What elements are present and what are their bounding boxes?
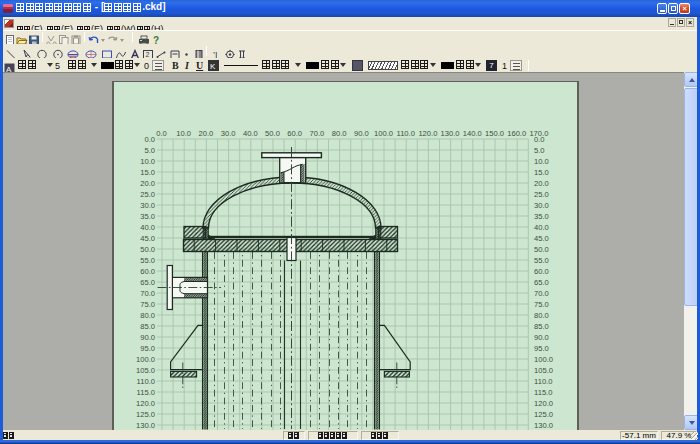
svg-text:85.0: 85.0 (140, 322, 155, 331)
svg-text:115.0: 115.0 (137, 388, 155, 397)
svg-text:110.0: 110.0 (534, 377, 552, 386)
svg-text:0.0: 0.0 (144, 135, 155, 144)
svg-text:50.0: 50.0 (534, 245, 549, 254)
svg-text:120.0: 120.0 (136, 399, 155, 408)
svg-text:80.0: 80.0 (140, 311, 155, 320)
svg-text:105.0: 105.0 (136, 366, 155, 375)
svg-text:55.0: 55.0 (140, 256, 155, 265)
svg-text:120.0: 120.0 (534, 399, 553, 408)
svg-text:25.0: 25.0 (140, 190, 155, 199)
svg-text:65.0: 65.0 (534, 278, 549, 287)
svg-text:100.0: 100.0 (534, 355, 553, 364)
svg-text:30.0: 30.0 (221, 129, 236, 138)
svg-text:70.0: 70.0 (310, 129, 325, 138)
svg-text:10.0: 10.0 (176, 129, 191, 138)
svg-text:15.0: 15.0 (140, 168, 155, 177)
svg-text:130.0: 130.0 (534, 421, 553, 430)
svg-text:15.0: 15.0 (534, 168, 549, 177)
svg-text:60.0: 60.0 (140, 267, 155, 276)
svg-text:35.0: 35.0 (140, 212, 155, 221)
svg-text:75.0: 75.0 (140, 300, 155, 309)
svg-text:95.0: 95.0 (140, 344, 155, 353)
svg-text:25.0: 25.0 (534, 190, 549, 199)
svg-text:90.0: 90.0 (534, 333, 549, 342)
svg-text:110.0: 110.0 (137, 377, 155, 386)
svg-text:40.0: 40.0 (534, 223, 549, 232)
svg-text:20.0: 20.0 (199, 129, 214, 138)
svg-text:90.0: 90.0 (140, 333, 155, 342)
svg-text:35.0: 35.0 (534, 212, 549, 221)
svg-text:60.0: 60.0 (287, 129, 302, 138)
svg-text:80.0: 80.0 (332, 129, 347, 138)
svg-text:65.0: 65.0 (140, 278, 155, 287)
svg-text:2: 2 (145, 51, 149, 58)
svg-text:80.0: 80.0 (534, 311, 549, 320)
svg-text:55.0: 55.0 (534, 256, 549, 265)
svg-text:140.0: 140.0 (463, 129, 482, 138)
svg-text:10.0: 10.0 (534, 157, 549, 166)
svg-text:10.0: 10.0 (140, 157, 155, 166)
svg-text:40.0: 40.0 (243, 129, 258, 138)
svg-text:30.0: 30.0 (140, 201, 155, 210)
svg-text:70.0: 70.0 (140, 289, 155, 298)
svg-text:150.0: 150.0 (485, 129, 504, 138)
svg-text:20.0: 20.0 (534, 179, 549, 188)
svg-text:100.0: 100.0 (374, 129, 393, 138)
svg-text:45.0: 45.0 (534, 234, 549, 243)
svg-text:85.0: 85.0 (534, 322, 549, 331)
svg-text:90.0: 90.0 (354, 129, 369, 138)
svg-text:110.0: 110.0 (396, 129, 414, 138)
svg-text:115.0: 115.0 (534, 388, 552, 397)
svg-text:75.0: 75.0 (534, 300, 549, 309)
svg-text:20.0: 20.0 (140, 179, 155, 188)
svg-text:40.0: 40.0 (140, 223, 155, 232)
svg-text:125.0: 125.0 (534, 410, 553, 419)
svg-text:70.0: 70.0 (534, 289, 549, 298)
svg-text:125.0: 125.0 (136, 410, 155, 419)
svg-text:160.0: 160.0 (507, 129, 526, 138)
svg-text:100.0: 100.0 (136, 355, 155, 364)
svg-text:0.0: 0.0 (156, 129, 167, 138)
svg-text:45.0: 45.0 (140, 234, 155, 243)
svg-text:105.0: 105.0 (534, 366, 553, 375)
svg-text:120.0: 120.0 (418, 129, 437, 138)
svg-text:130.0: 130.0 (441, 129, 460, 138)
svg-text:5.0: 5.0 (144, 146, 155, 155)
svg-text:30.0: 30.0 (534, 201, 549, 210)
svg-text:0.0: 0.0 (534, 135, 545, 144)
svg-text:95.0: 95.0 (534, 344, 549, 353)
svg-text:60.0: 60.0 (534, 267, 549, 276)
svg-text:50.0: 50.0 (265, 129, 280, 138)
svg-text:50.0: 50.0 (140, 245, 155, 254)
svg-text:130.0: 130.0 (136, 421, 155, 430)
svg-text:5.0: 5.0 (534, 146, 545, 155)
